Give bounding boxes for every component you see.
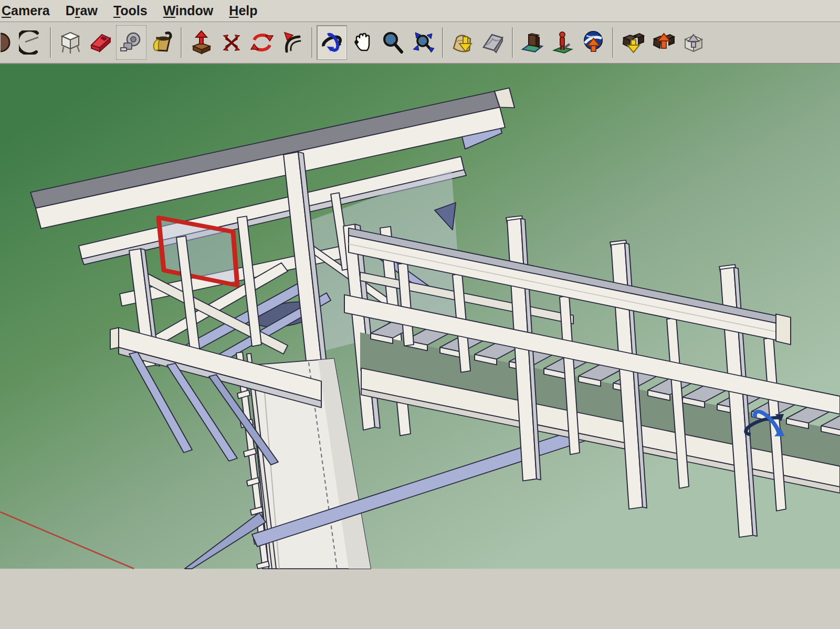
menu-tools[interactable]: Tools: [106, 3, 155, 18]
paint-bucket-button[interactable]: [146, 25, 177, 60]
arc-tool-icon: [19, 30, 43, 55]
move-tool-icon: [219, 30, 244, 55]
push-pull-button[interactable]: [186, 25, 216, 60]
3d-viewport[interactable]: [0, 64, 840, 627]
toggle-terrain-button[interactable]: [478, 25, 508, 60]
rotate-button[interactable]: [247, 25, 277, 60]
zoom-button[interactable]: [377, 25, 408, 60]
zoom-tool-icon: [381, 30, 405, 55]
zoom-extents-icon: [411, 30, 435, 55]
pan-tool-icon: [350, 30, 374, 55]
offset-button[interactable]: [277, 25, 308, 60]
preview-in-google-earth-icon: [581, 30, 605, 55]
toolbar-separator: [442, 27, 444, 58]
tape-measure-button[interactable]: [116, 25, 146, 60]
paint-bucket-tool-icon: [150, 30, 174, 55]
menu-draw[interactable]: Draw: [58, 3, 106, 18]
toolbar-separator: [50, 27, 51, 58]
get-models-icon: [621, 30, 645, 55]
menu-window[interactable]: Window: [155, 3, 222, 18]
tape-measure-tool-icon: [119, 30, 143, 55]
share-model-button[interactable]: [648, 25, 678, 60]
get-models-button[interactable]: [617, 25, 648, 60]
place-model-icon: [551, 30, 575, 55]
pan-button[interactable]: [347, 25, 377, 60]
place-model-button[interactable]: [548, 25, 578, 60]
preview-in-google-earth-button[interactable]: [578, 25, 608, 60]
rotate-tool-icon: [250, 30, 274, 55]
offset-tool-icon: [280, 30, 304, 55]
toolbar-separator: [612, 27, 614, 58]
toolbar: [0, 22, 840, 64]
menu-help[interactable]: Help: [221, 3, 265, 18]
model-scene: [0, 64, 840, 627]
move-button[interactable]: [216, 25, 247, 60]
photo-textures-button[interactable]: [517, 25, 548, 60]
circle-tool-icon: [0, 30, 14, 55]
toolbar-separator: [311, 27, 313, 58]
circle-tool-button[interactable]: [0, 25, 16, 60]
share-model-icon: [651, 30, 675, 55]
make-component-button[interactable]: [55, 25, 86, 60]
arc-tool-button[interactable]: [16, 25, 46, 60]
menu-camera[interactable]: Camera: [0, 3, 58, 18]
sketchup-window: Camera Draw Tools Window Help: [0, 0, 840, 629]
add-location-icon: [450, 30, 475, 55]
orbit-tool-icon: [320, 30, 344, 55]
eraser-button[interactable]: [86, 25, 116, 60]
photo-textures-icon: [520, 30, 544, 55]
toolbar-separator: [181, 27, 182, 58]
eraser-tool-icon: [89, 30, 113, 55]
make-component-icon: [58, 30, 82, 55]
toolbar-separator: [512, 27, 513, 58]
add-location-button[interactable]: [447, 25, 478, 60]
push-pull-tool-icon: [189, 30, 213, 55]
orbit-button[interactable]: [317, 25, 347, 60]
zoom-extents-button[interactable]: [408, 25, 438, 60]
share-component-icon: [681, 30, 706, 55]
share-component-button[interactable]: [678, 25, 709, 60]
menu-bar: Camera Draw Tools Window Help: [0, 0, 840, 22]
toggle-terrain-icon: [481, 30, 505, 55]
